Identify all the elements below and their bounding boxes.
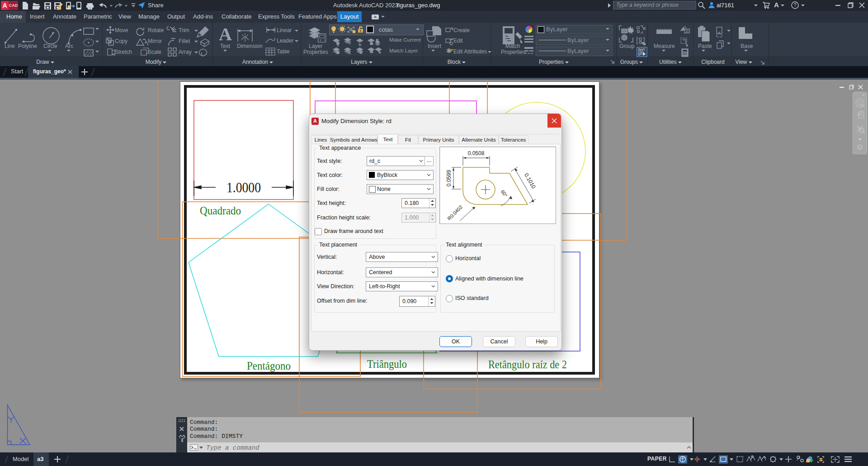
svg-text:Pentágono: Pentágono <box>247 359 291 372</box>
svg-text:2D: 2D <box>861 104 865 107</box>
svg-text:?: ? <box>794 3 797 8</box>
svg-text:1.0000: 1.0000 <box>226 179 261 195</box>
svg-text:0.0508: 0.0508 <box>468 150 485 157</box>
svg-text:Triângulo: Triângulo <box>367 357 407 371</box>
svg-text:0.1010: 0.1010 <box>523 172 537 190</box>
svg-text:R0.0402: R0.0402 <box>446 204 463 221</box>
svg-text:60°: 60° <box>500 189 509 198</box>
svg-text:Quadrado: Quadrado <box>200 204 241 217</box>
svg-text:Retângulo raíz de 2: Retângulo raíz de 2 <box>488 358 567 371</box>
svg-text:0.0599: 0.0599 <box>446 170 452 186</box>
